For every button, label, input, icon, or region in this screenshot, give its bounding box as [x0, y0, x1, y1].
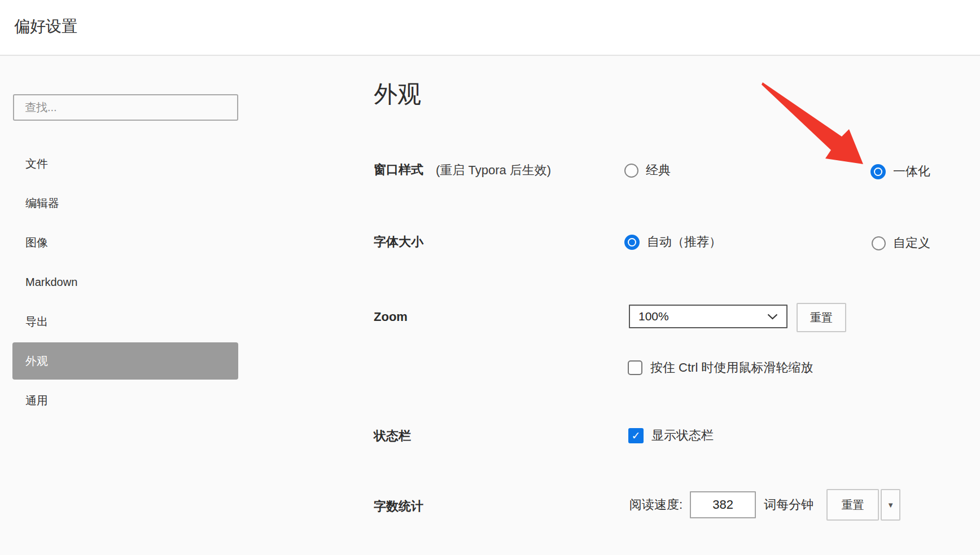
zoom-select-value: 100%: [638, 310, 669, 323]
caret-down-icon: ▼: [887, 501, 894, 509]
radio-icon: [872, 236, 886, 250]
sidebar-item-image[interactable]: 图像: [12, 224, 238, 261]
window-style-label: 窗口样式: [374, 161, 423, 178]
window-style-note: (重启 Typora 后生效): [436, 162, 551, 179]
ctrl-scroll-checkbox[interactable]: 按住 Ctrl 时使用鼠标滑轮缩放: [628, 359, 813, 376]
search-input[interactable]: [13, 94, 238, 121]
reading-speed-reset-button[interactable]: 重置: [826, 489, 879, 521]
reading-speed-label: 阅读速度:: [629, 496, 683, 513]
radio-checked-icon: [624, 235, 640, 250]
reading-speed-input[interactable]: [690, 491, 756, 518]
word-count-label: 字数统计: [374, 498, 423, 515]
radio-checked-icon: [870, 164, 886, 179]
radio-option-custom[interactable]: 自定义: [872, 235, 930, 252]
reset-dropdown-button[interactable]: ▼: [881, 489, 900, 521]
reading-speed-reset-split-button: 重置 ▼: [826, 489, 900, 521]
zoom-select[interactable]: 100%: [629, 305, 788, 328]
zoom-reset-button[interactable]: 重置: [797, 303, 846, 332]
sidebar-nav: 文件 编辑器 图像 Markdown 导出 外观 通用: [12, 145, 238, 421]
font-size-label: 字体大小: [374, 234, 423, 250]
sidebar-item-appearance[interactable]: 外观: [12, 342, 238, 380]
checkbox-checked-icon: ✓: [628, 428, 644, 443]
radio-option-unibody[interactable]: 一体化: [870, 163, 930, 180]
radio-icon: [624, 164, 638, 178]
preferences-window: 偏好设置 文件 编辑器 图像 Markdown 导出 外观 通用 外观 窗口样式…: [0, 0, 980, 555]
status-bar-label: 状态栏: [374, 428, 411, 444]
radio-option-classic[interactable]: 经典: [624, 162, 671, 179]
radio-option-auto[interactable]: 自动（推荐）: [624, 234, 721, 250]
page-title: 外观: [374, 78, 421, 110]
sidebar-item-markdown[interactable]: Markdown: [12, 263, 238, 301]
sidebar-item-editor[interactable]: 编辑器: [12, 184, 238, 222]
reading-speed-unit: 词每分钟: [764, 496, 813, 513]
chevron-down-icon: [767, 314, 778, 320]
sidebar-item-export[interactable]: 导出: [12, 303, 238, 340]
word-count-controls: 阅读速度: 词每分钟 重置 ▼: [629, 489, 900, 521]
window-title: 偏好设置: [14, 16, 77, 37]
show-status-bar-checkbox[interactable]: ✓ 显示状态栏: [628, 427, 714, 444]
sidebar-item-files[interactable]: 文件: [12, 145, 238, 182]
zoom-label: Zoom: [374, 310, 408, 324]
titlebar: 偏好设置: [0, 0, 980, 56]
checkbox-unchecked-icon: [628, 360, 642, 375]
sidebar-item-general[interactable]: 通用: [12, 382, 238, 419]
